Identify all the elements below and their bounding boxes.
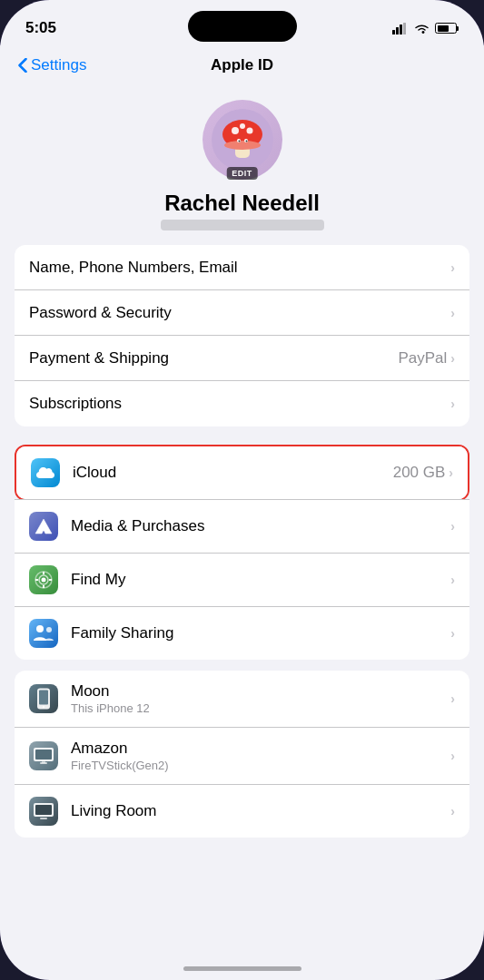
appletv-icon [33, 802, 54, 820]
subscriptions-right: › [450, 397, 455, 411]
payment-shipping-right: PayPal › [398, 349, 455, 368]
status-time: 5:05 [25, 19, 56, 37]
name-phone-email-right: › [450, 260, 455, 275]
svg-rect-3 [403, 23, 406, 34]
moon-device-row[interactable]: Moon This iPhone 12 › [15, 671, 469, 728]
media-icon [35, 516, 53, 536]
svg-point-6 [232, 127, 239, 134]
icloud-right: 200 GB › [393, 464, 453, 482]
profile-name: Rachel Needell [164, 191, 320, 216]
amazon-sublabel: FireTVStick(Gen2) [71, 759, 450, 772]
icloud-content: iCloud [73, 464, 393, 482]
subscriptions-label: Subscriptions [29, 395, 450, 413]
iphone-icon [36, 688, 51, 710]
account-settings-group: Name, Phone Numbers, Email › Password & … [15, 245, 469, 426]
findmy-right: › [450, 573, 455, 587]
media-purchases-row[interactable]: Media & Purchases › [15, 499, 469, 554]
svg-rect-2 [400, 24, 402, 34]
chevron-icon: › [450, 804, 455, 818]
chevron-icon: › [450, 749, 455, 763]
findmy-content: Find My [71, 571, 450, 589]
amazon-icon-bg [29, 741, 58, 770]
name-phone-email-label: Name, Phone Numbers, Email [29, 259, 450, 277]
moon-icon-bg [29, 684, 58, 713]
home-indicator [183, 966, 301, 971]
media-right: › [450, 519, 455, 534]
icloud-row-wrapper: iCloud 200 GB › [15, 445, 469, 501]
avatar-image [212, 109, 273, 171]
livingroom-label: Living Room [71, 802, 450, 820]
devices-group: Moon This iPhone 12 › [15, 671, 469, 838]
svg-point-8 [246, 128, 252, 134]
moon-label: Moon [71, 682, 450, 701]
findmy-row[interactable]: Find My › [15, 554, 469, 607]
subscriptions-row[interactable]: Subscriptions › [15, 381, 469, 426]
svg-point-24 [46, 627, 52, 632]
payment-value: PayPal [398, 349, 447, 368]
icloud-label: iCloud [73, 464, 393, 482]
svg-rect-33 [35, 805, 52, 815]
family-icon-bg [29, 619, 58, 648]
icloud-storage-value: 200 GB [393, 464, 446, 482]
back-button[interactable]: Settings [18, 56, 86, 74]
family-content: Family Sharing [71, 624, 450, 642]
password-security-row[interactable]: Password & Security › [15, 290, 469, 336]
media-label: Media & Purchases [71, 517, 450, 535]
icloud-icon-bg [31, 458, 60, 487]
findmy-label: Find My [71, 571, 450, 589]
chevron-icon: › [450, 260, 455, 275]
svg-rect-0 [392, 30, 395, 34]
firetv-icon [33, 747, 54, 765]
svg-point-27 [43, 706, 44, 708]
svg-rect-26 [39, 691, 48, 705]
status-icons [392, 23, 459, 34]
name-phone-email-content: Name, Phone Numbers, Email [29, 259, 450, 277]
dynamic-island [188, 11, 297, 42]
other-services-group: Media & Purchases › [15, 499, 469, 660]
screen-content: Settings Apple ID [0, 45, 484, 980]
chevron-icon: › [450, 691, 455, 706]
svg-rect-34 [40, 818, 47, 819]
findmy-icon [34, 570, 54, 590]
edit-badge[interactable]: EDIT [226, 167, 258, 180]
svg-point-13 [238, 141, 240, 142]
chevron-icon: › [450, 626, 455, 641]
chevron-icon: › [450, 573, 455, 587]
livingroom-icon-bg [29, 797, 58, 826]
svg-point-7 [240, 123, 245, 129]
profile-email [161, 220, 324, 230]
bottom-spacer [0, 856, 484, 910]
back-label: Settings [31, 56, 86, 74]
payment-shipping-content: Payment & Shipping [29, 349, 398, 368]
apple-services-group: iCloud 200 GB › [15, 445, 469, 660]
livingroom-right: › [450, 804, 455, 818]
family-label: Family Sharing [71, 624, 450, 642]
subscriptions-content: Subscriptions [29, 395, 450, 413]
media-icon-bg [29, 512, 58, 541]
password-security-content: Password & Security [29, 304, 450, 322]
family-icon [33, 624, 54, 642]
svg-rect-1 [396, 27, 399, 34]
password-security-right: › [450, 306, 455, 320]
chevron-icon: › [450, 351, 455, 366]
profile-section: EDIT Rachel Needell [0, 82, 484, 245]
svg-point-18 [42, 578, 46, 583]
amazon-device-row[interactable]: Amazon FireTVStick(Gen2) › [15, 728, 469, 785]
nav-bar: Settings Apple ID [0, 45, 484, 82]
chevron-icon: › [450, 306, 455, 320]
password-security-label: Password & Security [29, 304, 450, 322]
wifi-icon [414, 23, 430, 34]
family-sharing-row[interactable]: Family Sharing › [15, 607, 469, 660]
name-phone-email-row[interactable]: Name, Phone Numbers, Email › [15, 245, 469, 290]
icloud-row[interactable]: iCloud 200 GB › [16, 446, 468, 499]
moon-sublabel: This iPhone 12 [71, 701, 450, 715]
chevron-icon: › [449, 466, 453, 480]
phone-frame: 5:05 [0, 0, 484, 980]
findmy-icon-bg [29, 565, 58, 594]
livingroom-device-row[interactable]: Living Room › [15, 785, 469, 838]
payment-shipping-row[interactable]: Payment & Shipping PayPal › [15, 336, 469, 381]
moon-content: Moon This iPhone 12 [71, 682, 450, 715]
moon-right: › [450, 691, 455, 706]
avatar-container[interactable]: EDIT [202, 100, 282, 180]
page-title: Apple ID [211, 56, 273, 74]
